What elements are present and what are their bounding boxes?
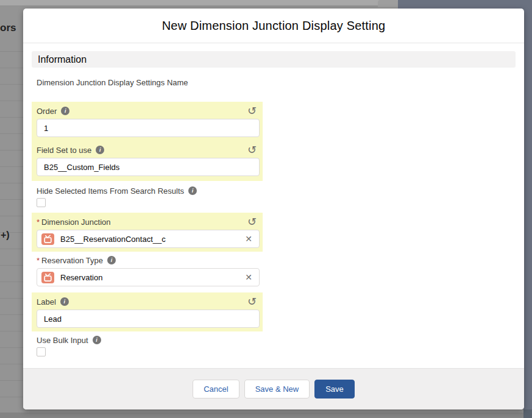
clear-icon[interactable]: ✕ (245, 273, 252, 282)
custom-object-icon (41, 233, 54, 245)
order-input[interactable] (37, 119, 260, 137)
info-icon[interactable]: i (107, 256, 116, 264)
hide-selected-items-field-group: Hide Selected Items From Search Results … (37, 185, 516, 207)
dimension-junction-label: Dimension Junction (41, 218, 110, 227)
modal-header: New Dimension Junction Display Setting (23, 9, 524, 43)
use-bulk-input-label: Use Bulk Input (37, 336, 88, 345)
hide-selected-items-label: Hide Selected Items From Search Results (37, 186, 184, 196)
background-table-rows (0, 35, 23, 413)
reservation-type-label: Reservation Type (41, 256, 103, 265)
background-partial-row-text: +) (1, 230, 24, 241)
info-icon[interactable]: i (61, 107, 69, 115)
field-set-label: Field Set to use (37, 146, 91, 155)
required-marker: * (37, 256, 40, 265)
cancel-button[interactable]: Cancel (193, 380, 239, 399)
hide-selected-items-checkbox[interactable] (37, 198, 46, 207)
undo-icon[interactable]: ↺ (247, 146, 257, 154)
dimension-junction-field-group: * Dimension Junction ↺ B25__ReservationC… (32, 213, 263, 252)
modal-footer: Cancel Save & New Save (23, 368, 524, 409)
info-icon[interactable]: i (188, 186, 197, 195)
use-bulk-input-field-group: Use Bulk Input i (37, 335, 516, 356)
background-partial-heading: ors (0, 22, 23, 34)
dimension-junction-lookup-pill[interactable]: B25__ReservationContact__c ✕ (37, 230, 260, 248)
label-field-label: Label (37, 297, 56, 306)
undo-icon[interactable]: ↺ (247, 218, 257, 226)
background-bottom-band (0, 413, 523, 418)
reservation-type-field-group: * Reservation Type i Reservation ✕ (37, 255, 516, 286)
required-marker: * (37, 218, 40, 227)
save-button[interactable]: Save (314, 380, 355, 399)
display-settings-name-label: Dimension Junction Display Settings Name (37, 78, 516, 88)
reservation-type-value: Reservation (60, 273, 102, 282)
background-top-bar (0, 0, 398, 6)
custom-object-icon (41, 272, 54, 283)
background-tab (378, 0, 399, 7)
dimension-junction-value: B25__ReservationContact__c (60, 235, 166, 244)
order-label: Order (37, 107, 57, 116)
reservation-type-lookup-pill[interactable]: Reservation ✕ (37, 268, 260, 286)
clear-icon[interactable]: ✕ (245, 235, 252, 243)
new-dimension-junction-display-setting-modal: New Dimension Junction Display Setting I… (23, 9, 524, 409)
information-section-title: Information (38, 54, 87, 65)
modal-body: Information Dimension Junction Display S… (23, 43, 524, 368)
undo-icon[interactable]: ↺ (247, 107, 257, 115)
label-input[interactable] (37, 310, 260, 328)
background-dark-panel-side-bottom (523, 409, 532, 418)
order-field-group: Order i ↺ (32, 102, 263, 141)
save-and-new-button[interactable]: Save & New (244, 380, 310, 399)
information-section-header[interactable]: Information (32, 51, 516, 68)
info-icon[interactable]: i (96, 146, 104, 154)
use-bulk-input-checkbox[interactable] (37, 347, 46, 356)
modal-title: New Dimension Junction Display Setting (162, 19, 386, 33)
background-dark-panel-side (523, 0, 532, 418)
info-icon[interactable]: i (93, 336, 101, 344)
info-icon[interactable]: i (60, 297, 69, 306)
undo-icon[interactable]: ↺ (247, 297, 257, 306)
field-set-input[interactable] (37, 158, 260, 176)
field-set-field-group: Field Set to use i ↺ (32, 141, 263, 181)
label-field-group: Label i ↺ (32, 292, 263, 331)
